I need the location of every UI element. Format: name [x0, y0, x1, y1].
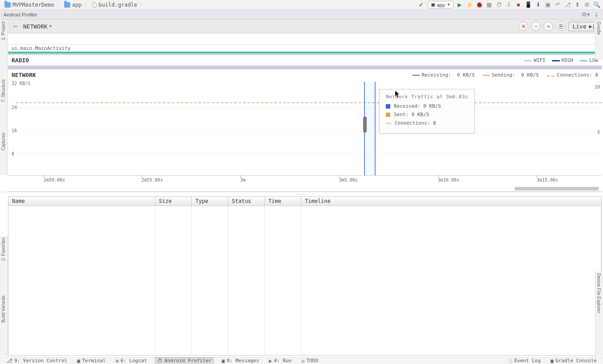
- sb-label: 4: Run: [274, 358, 292, 364]
- live-toggle[interactable]: Live ▶|: [568, 22, 599, 31]
- scrollbar-thumb[interactable]: [514, 187, 599, 190]
- layout-inspector-icon[interactable]: ▣: [544, 1, 551, 8]
- side-tab-gradle[interactable]: Gradle: [595, 20, 603, 60]
- side-tab-label: 2: Favorites: [1, 238, 6, 261]
- activity-label: ui.main.MainActivity: [12, 45, 70, 51]
- side-tab-build-variants[interactable]: Build Variants: [0, 294, 8, 356]
- vcs-icon[interactable]: ⎇: [564, 1, 571, 8]
- close-session-icon[interactable]: ✕: [518, 21, 528, 31]
- th-status[interactable]: Status: [228, 197, 265, 206]
- sb-run[interactable]: ▶4: Run: [267, 358, 293, 364]
- timeline-scrollbar[interactable]: [8, 187, 602, 191]
- run-config-selector[interactable]: ▣ app ▼: [428, 1, 453, 8]
- apply-changes-icon[interactable]: ⚡: [466, 1, 473, 8]
- messages-icon: ▣: [222, 358, 225, 364]
- sb-terminal[interactable]: ▣Terminal: [75, 358, 107, 364]
- profiler-panel-header: Android Profiler ⚙▾ ⭳: [0, 10, 603, 20]
- tooltip-recv-icon: [386, 104, 390, 109]
- profiler-section-label: NETWORK: [23, 23, 48, 30]
- sb-version-control[interactable]: ⎇9: Version Control: [4, 358, 69, 364]
- zoom-in-icon[interactable]: +: [543, 21, 553, 31]
- table-header: Name Size Type Status Time Timeline: [8, 196, 602, 206]
- th-type[interactable]: Type: [192, 197, 228, 206]
- ytick-right: 10: [595, 85, 600, 89]
- side-tab-favorites[interactable]: 2: Favorites: [0, 236, 8, 294]
- legend-label: HIGH: [562, 57, 574, 63]
- attach-debugger-icon[interactable]: ⇩: [505, 1, 512, 8]
- activity-row: ui.main.MainActivity: [8, 44, 602, 53]
- coverage-icon[interactable]: ▦: [486, 1, 493, 8]
- panel-settings-icon[interactable]: ⚙▾: [582, 11, 590, 18]
- hover-tooltip: Network Traffic at 3m6.83s Received: 0 K…: [379, 89, 475, 133]
- sb-logcat[interactable]: ≡6: Logcat: [113, 358, 149, 364]
- conn-swatch-icon: [547, 76, 554, 77]
- sb-gradle-console[interactable]: ▣Gradle Console: [549, 358, 599, 364]
- xtick: 2m55.00s: [142, 178, 163, 182]
- back-button[interactable]: ←: [11, 21, 20, 31]
- breadcrumb-sep-icon: 〉: [84, 1, 90, 9]
- side-tab-structure[interactable]: 7: Structure: [0, 77, 8, 131]
- network-chart[interactable]: 10 5 24 16 8 Network Traffic at 3m6.83s …: [8, 82, 602, 175]
- profiler-toolbar: ← NETWORK ▼ ✕ − + ⦿ Live ▶|: [8, 20, 602, 33]
- event-log-icon: ◌: [509, 358, 512, 364]
- high-swatch-icon: [552, 60, 560, 61]
- sync-icon[interactable]: ✔: [418, 1, 425, 8]
- recv-swatch-icon: [413, 75, 420, 76]
- xtick: 3m5.00s: [339, 178, 358, 182]
- sb-label: Gradle Console: [555, 358, 597, 364]
- profiler-section-dropdown[interactable]: NETWORK ▼: [23, 23, 52, 30]
- side-tab-captures[interactable]: Captures: [0, 131, 8, 175]
- avd-manager-icon[interactable]: 📱: [525, 1, 532, 8]
- vcs-update-icon[interactable]: ⬆: [574, 1, 581, 8]
- stat-value: 0 KB/S: [521, 72, 539, 78]
- sb-todo[interactable]: ☑TODO: [299, 358, 320, 364]
- stat-sending: Sending: 0 KB/S: [483, 72, 539, 78]
- stat-label: Connections:: [557, 72, 592, 78]
- breadcrumb-file-label: build.gradle: [99, 2, 138, 8]
- selection-thumb[interactable]: [363, 117, 367, 133]
- terminal-icon: ▣: [77, 358, 80, 364]
- splitter-handle[interactable]: [0, 192, 603, 196]
- breadcrumb-module[interactable]: app: [62, 2, 84, 8]
- network-xaxis: 2m50.00s 2m55.00s 3m 3m5.00s 3m10.00s 3m…: [8, 175, 602, 187]
- ytick: 8: [12, 151, 14, 156]
- sb-android-profiler[interactable]: ⏱Android Profiler: [155, 357, 214, 364]
- tooltip-title: Network Traffic at 3m6.83s: [386, 94, 468, 100]
- xtick: 3m: [240, 178, 246, 182]
- profiler-icon[interactable]: ⏱: [495, 1, 502, 8]
- stat-label: Receiving:: [421, 72, 451, 78]
- legend-high: HIGH: [552, 57, 574, 63]
- breadcrumb-project[interactable]: MVPMasterDemo: [3, 2, 56, 8]
- th-time[interactable]: Time: [265, 197, 301, 206]
- zoom-out-icon[interactable]: −: [531, 21, 541, 31]
- stat-receiving: Receiving: 0 KB/S: [413, 72, 474, 78]
- sb-label: 6: Logcat: [121, 358, 147, 364]
- top-toolbar: MVPMasterDemo 〉 app 〉 build.gradle 〉 ✔ ▣…: [0, 0, 603, 10]
- low-swatch-icon: [579, 60, 587, 61]
- sdk-manager-icon[interactable]: ⬇: [534, 1, 542, 8]
- undo-icon[interactable]: ↶: [554, 1, 561, 8]
- side-tab-device-explorer[interactable]: Device File Explorer: [595, 271, 603, 356]
- side-tab-project[interactable]: 1: Project: [0, 20, 8, 77]
- stop-icon[interactable]: ■: [515, 1, 522, 8]
- settings-icon[interactable]: ⚙: [583, 1, 591, 8]
- toolbar-icons: ✔ ▣ app ▼ ▶ ⚡ 🐞 ▦ ⏱ ⇩ ■ 📱 ⬇ ▣ ↶ ⎇ ⬆ ⚙ 🔍: [418, 1, 600, 8]
- zoom-reset-icon[interactable]: ⦿: [556, 21, 566, 31]
- stat-label: Sending:: [492, 72, 515, 78]
- panel-export-icon[interactable]: ⭳: [594, 11, 599, 18]
- search-icon[interactable]: 🔍: [593, 1, 600, 8]
- sb-messages[interactable]: ▣0: Messages: [220, 358, 261, 364]
- th-timeline[interactable]: Timeline: [301, 197, 601, 206]
- th-name[interactable]: Name: [8, 197, 155, 206]
- profiler-icon: ⏱: [157, 358, 162, 364]
- breadcrumb-file[interactable]: build.gradle: [90, 2, 139, 8]
- legend-wifi: WIFI: [524, 57, 546, 63]
- th-size[interactable]: Size: [155, 197, 192, 206]
- stat-connections: Connections: 8: [547, 72, 598, 78]
- xtick: 2m50.00s: [44, 178, 65, 182]
- debug-icon[interactable]: 🐞: [476, 1, 483, 8]
- run-config-label: app: [437, 2, 445, 8]
- run-icon[interactable]: ▶: [456, 1, 463, 8]
- sb-event-log[interactable]: ◌Event Log: [507, 358, 542, 364]
- connections-line: [16, 102, 602, 103]
